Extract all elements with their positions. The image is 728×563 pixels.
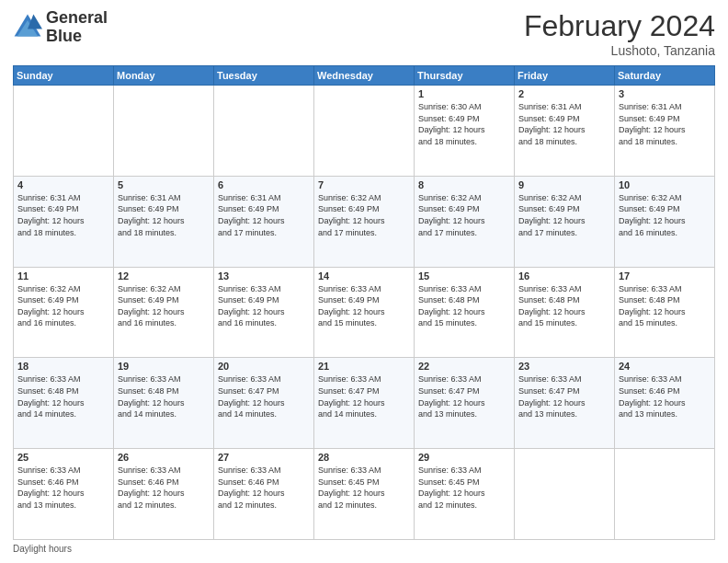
day-number: 21 [318, 361, 410, 372]
day-number: 18 [17, 361, 109, 372]
calendar-cell: 15Sunrise: 6:33 AM Sunset: 6:48 PM Dayli… [415, 267, 515, 358]
day-info: Sunrise: 6:33 AM Sunset: 6:46 PM Dayligh… [218, 465, 310, 511]
day-number: 16 [518, 270, 610, 282]
calendar-cell: 23Sunrise: 6:33 AM Sunset: 6:47 PM Dayli… [515, 358, 615, 449]
calendar-table: SundayMondayTuesdayWednesdayThursdayFrid… [13, 65, 715, 540]
day-number: 19 [118, 361, 210, 372]
calendar-cell [615, 449, 715, 540]
day-info: Sunrise: 6:33 AM Sunset: 6:48 PM Dayligh… [619, 283, 711, 329]
day-number: 22 [418, 361, 510, 372]
logo-text: General Blue [46, 9, 108, 46]
day-info: Sunrise: 6:33 AM Sunset: 6:47 PM Dayligh… [418, 373, 510, 419]
day-info: Sunrise: 6:33 AM Sunset: 6:47 PM Dayligh… [518, 373, 610, 419]
day-info: Sunrise: 6:31 AM Sunset: 6:49 PM Dayligh… [218, 192, 310, 238]
calendar-header-thursday: Thursday [415, 66, 515, 86]
calendar-cell [515, 449, 615, 540]
calendar-cell: 28Sunrise: 6:33 AM Sunset: 6:45 PM Dayli… [314, 449, 415, 540]
logo-icon [13, 13, 42, 42]
calendar-cell: 25Sunrise: 6:33 AM Sunset: 6:46 PM Dayli… [14, 449, 114, 540]
day-number: 14 [318, 270, 410, 282]
calendar-cell: 11Sunrise: 6:32 AM Sunset: 6:49 PM Dayli… [14, 267, 114, 358]
day-number: 6 [218, 179, 310, 190]
calendar-header-sunday: Sunday [14, 66, 114, 86]
day-info: Sunrise: 6:32 AM Sunset: 6:49 PM Dayligh… [518, 192, 610, 238]
location: Lushoto, Tanzania [524, 43, 715, 58]
day-number: 20 [218, 361, 310, 372]
calendar-cell: 27Sunrise: 6:33 AM Sunset: 6:46 PM Dayli… [214, 449, 314, 540]
calendar-header-row: SundayMondayTuesdayWednesdayThursdayFrid… [14, 66, 715, 86]
day-number: 17 [619, 270, 711, 282]
calendar-cell [14, 86, 114, 177]
day-number: 28 [318, 452, 410, 463]
calendar-week-3: 11Sunrise: 6:32 AM Sunset: 6:49 PM Dayli… [14, 267, 715, 358]
calendar-header-tuesday: Tuesday [214, 66, 314, 86]
calendar-cell: 13Sunrise: 6:33 AM Sunset: 6:49 PM Dayli… [214, 267, 314, 358]
day-number: 26 [118, 452, 210, 463]
footer-label: Daylight hours [13, 544, 72, 554]
calendar-cell: 17Sunrise: 6:33 AM Sunset: 6:48 PM Dayli… [615, 267, 715, 358]
calendar-cell: 29Sunrise: 6:33 AM Sunset: 6:45 PM Dayli… [415, 449, 515, 540]
day-info: Sunrise: 6:33 AM Sunset: 6:46 PM Dayligh… [118, 465, 210, 511]
footer: Daylight hours [13, 544, 715, 554]
day-number: 25 [17, 452, 109, 463]
day-number: 1 [418, 88, 510, 99]
calendar-cell: 6Sunrise: 6:31 AM Sunset: 6:49 PM Daylig… [214, 176, 314, 267]
calendar-cell [114, 86, 214, 177]
day-number: 24 [619, 361, 711, 372]
calendar-cell: 20Sunrise: 6:33 AM Sunset: 6:47 PM Dayli… [214, 358, 314, 449]
calendar-cell: 12Sunrise: 6:32 AM Sunset: 6:49 PM Dayli… [114, 267, 214, 358]
day-info: Sunrise: 6:31 AM Sunset: 6:49 PM Dayligh… [17, 192, 109, 238]
day-info: Sunrise: 6:33 AM Sunset: 6:49 PM Dayligh… [318, 283, 410, 329]
day-info: Sunrise: 6:33 AM Sunset: 6:45 PM Dayligh… [318, 465, 410, 511]
day-info: Sunrise: 6:33 AM Sunset: 6:48 PM Dayligh… [418, 283, 510, 329]
calendar-cell [314, 86, 415, 177]
calendar-header-monday: Monday [114, 66, 214, 86]
page: General Blue February 2024 Lushoto, Tanz… [0, 0, 728, 563]
header: General Blue February 2024 Lushoto, Tanz… [13, 9, 715, 58]
calendar-week-1: 1Sunrise: 6:30 AM Sunset: 6:49 PM Daylig… [14, 86, 715, 177]
day-number: 15 [418, 270, 510, 282]
day-number: 11 [17, 270, 109, 282]
day-number: 2 [518, 88, 610, 99]
day-number: 27 [218, 452, 310, 463]
day-number: 13 [218, 270, 310, 282]
calendar-cell: 26Sunrise: 6:33 AM Sunset: 6:46 PM Dayli… [114, 449, 214, 540]
title-block: February 2024 Lushoto, Tanzania [524, 9, 715, 58]
day-info: Sunrise: 6:33 AM Sunset: 6:45 PM Dayligh… [418, 465, 510, 511]
logo: General Blue [13, 9, 108, 46]
day-info: Sunrise: 6:33 AM Sunset: 6:46 PM Dayligh… [17, 465, 109, 511]
calendar-week-5: 25Sunrise: 6:33 AM Sunset: 6:46 PM Dayli… [14, 449, 715, 540]
day-number: 23 [518, 361, 610, 372]
day-info: Sunrise: 6:33 AM Sunset: 6:47 PM Dayligh… [218, 373, 310, 419]
day-number: 3 [619, 88, 711, 99]
day-number: 5 [118, 179, 210, 190]
calendar-cell: 4Sunrise: 6:31 AM Sunset: 6:49 PM Daylig… [14, 176, 114, 267]
calendar-cell: 16Sunrise: 6:33 AM Sunset: 6:48 PM Dayli… [515, 267, 615, 358]
calendar-cell: 9Sunrise: 6:32 AM Sunset: 6:49 PM Daylig… [515, 176, 615, 267]
day-info: Sunrise: 6:33 AM Sunset: 6:48 PM Dayligh… [518, 283, 610, 329]
calendar-cell: 14Sunrise: 6:33 AM Sunset: 6:49 PM Dayli… [314, 267, 415, 358]
day-info: Sunrise: 6:33 AM Sunset: 6:47 PM Dayligh… [318, 373, 410, 419]
calendar-header-saturday: Saturday [615, 66, 715, 86]
calendar-cell: 24Sunrise: 6:33 AM Sunset: 6:46 PM Dayli… [615, 358, 715, 449]
day-info: Sunrise: 6:32 AM Sunset: 6:49 PM Dayligh… [318, 192, 410, 238]
calendar-header-wednesday: Wednesday [314, 66, 415, 86]
calendar-cell: 2Sunrise: 6:31 AM Sunset: 6:49 PM Daylig… [515, 86, 615, 177]
calendar-cell [214, 86, 314, 177]
day-number: 4 [17, 179, 109, 190]
calendar-cell: 22Sunrise: 6:33 AM Sunset: 6:47 PM Dayli… [415, 358, 515, 449]
day-info: Sunrise: 6:31 AM Sunset: 6:49 PM Dayligh… [619, 101, 711, 147]
day-info: Sunrise: 6:32 AM Sunset: 6:49 PM Dayligh… [118, 283, 210, 329]
day-info: Sunrise: 6:32 AM Sunset: 6:49 PM Dayligh… [17, 283, 109, 329]
calendar-cell: 18Sunrise: 6:33 AM Sunset: 6:48 PM Dayli… [14, 358, 114, 449]
calendar-week-2: 4Sunrise: 6:31 AM Sunset: 6:49 PM Daylig… [14, 176, 715, 267]
day-info: Sunrise: 6:33 AM Sunset: 6:46 PM Dayligh… [619, 373, 711, 419]
day-info: Sunrise: 6:33 AM Sunset: 6:48 PM Dayligh… [118, 373, 210, 419]
day-number: 29 [418, 452, 510, 463]
day-number: 10 [619, 179, 711, 190]
calendar-cell: 8Sunrise: 6:32 AM Sunset: 6:49 PM Daylig… [415, 176, 515, 267]
calendar-week-4: 18Sunrise: 6:33 AM Sunset: 6:48 PM Dayli… [14, 358, 715, 449]
day-info: Sunrise: 6:33 AM Sunset: 6:49 PM Dayligh… [218, 283, 310, 329]
day-number: 9 [518, 179, 610, 190]
day-info: Sunrise: 6:31 AM Sunset: 6:49 PM Dayligh… [518, 101, 610, 147]
